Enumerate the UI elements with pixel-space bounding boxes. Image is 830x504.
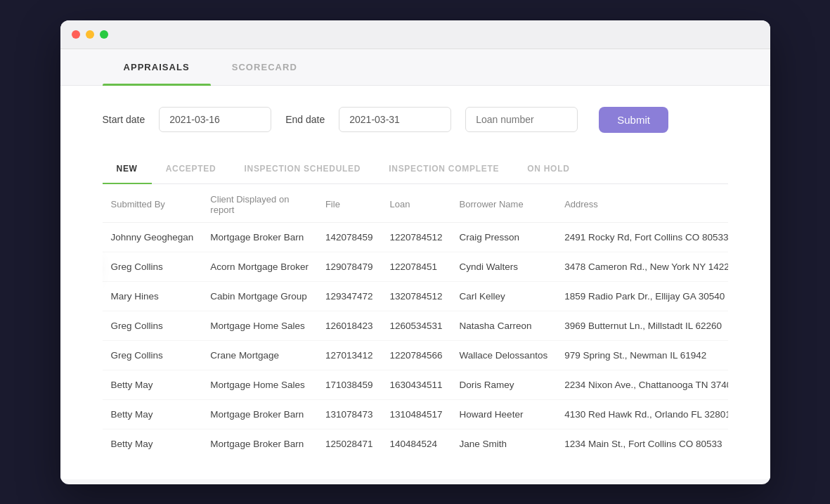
cell-loan: 122078451 [382, 252, 451, 281]
filter-row: Start date End date Submit [103, 107, 728, 133]
title-bar [60, 20, 770, 49]
loan-number-input[interactable] [465, 107, 578, 132]
cell-address: 3969 Butternut Ln., Millstadt IL 62260 [556, 311, 727, 340]
table-header-row: Submitted By Client Displayed on report … [103, 184, 728, 223]
appraisals-table: Submitted By Client Displayed on report … [103, 184, 728, 458]
end-date-input[interactable] [339, 107, 451, 132]
cell-address: 2234 Nixon Ave., Chattanooga TN 37408 [556, 370, 727, 399]
cell-borrower: Wallace Delossantos [451, 340, 557, 370]
cell-submitted-by: Mary Hines [103, 281, 202, 311]
table-row: Betty MayMortgage Home Sales171038459163… [103, 370, 728, 399]
cell-loan: 1260534531 [382, 311, 451, 340]
status-tab-on-hold[interactable]: ON HOLD [513, 154, 583, 183]
submit-button[interactable]: Submit [599, 107, 668, 133]
col-file: File [317, 184, 382, 223]
table-container: Submitted By Client Displayed on report … [103, 184, 728, 458]
status-tab-accepted[interactable]: ACCEPTED [152, 154, 231, 183]
cell-client: Cabin Mortgage Group [202, 281, 317, 311]
cell-borrower: Howard Heeter [451, 399, 557, 429]
cell-client: Mortgage Broker Barn [202, 399, 317, 429]
cell-borrower: Doris Ramey [451, 370, 557, 399]
table-row: Greg CollinsCrane Mortgage12701341212207… [103, 340, 728, 370]
cell-loan: 1220784512 [382, 222, 451, 252]
status-tab-new[interactable]: NEW [103, 154, 152, 183]
table-row: Greg CollinsMortgage Home Sales126018423… [103, 311, 728, 340]
cell-file: 127013412 [317, 340, 382, 370]
tab-appraisals[interactable]: APPRAISALS [103, 49, 211, 85]
end-date-label: End date [285, 114, 325, 125]
cell-client: Acorn Mortgage Broker [202, 252, 317, 281]
cell-submitted-by: Betty May [103, 370, 202, 399]
cell-address: 1859 Radio Park Dr., Ellijay GA 30540 [556, 281, 727, 311]
cell-submitted-by: Greg Collins [103, 340, 202, 370]
cell-borrower: Carl Kelley [451, 281, 557, 311]
cell-address: 4130 Red Hawk Rd., Orlando FL 32801 [556, 399, 727, 429]
cell-address: 1234 Main St., Fort Collins CO 80533 [556, 429, 727, 458]
cell-submitted-by: Betty May [103, 429, 202, 458]
table-row: Johnny GeogheganMortgage Broker Barn1420… [103, 222, 728, 252]
main-tab-bar: APPRAISALS SCORECARD [60, 49, 770, 86]
col-submitted-by: Submitted By [103, 184, 202, 223]
cell-client: Mortgage Broker Barn [202, 222, 317, 252]
start-date-label: Start date [103, 114, 145, 125]
cell-client: Mortgage Home Sales [202, 370, 317, 399]
cell-loan: 1220784566 [382, 340, 451, 370]
status-tab-bar: NEW ACCEPTED INSPECTION SCHEDULED INSPEC… [103, 154, 728, 184]
cell-file: 126018423 [317, 311, 382, 340]
cell-submitted-by: Betty May [103, 399, 202, 429]
cell-borrower: Craig Presson [451, 222, 557, 252]
status-tab-inspection-scheduled[interactable]: INSPECTION SCHEDULED [230, 154, 375, 183]
col-address: Address [556, 184, 727, 223]
cell-submitted-by: Greg CollinsGreg Collins [103, 252, 202, 281]
maximize-dot[interactable] [100, 30, 108, 39]
close-dot[interactable] [72, 30, 80, 39]
cell-file: 129078479 [317, 252, 382, 281]
col-loan: Loan [382, 184, 451, 223]
cell-client: Crane Mortgage [202, 340, 317, 370]
cell-file: 125028471 [317, 429, 382, 458]
cell-address: 3478 Cameron Rd., New York NY 14227 [556, 252, 727, 281]
cell-client: Mortgage Home Sales [202, 311, 317, 340]
status-tab-inspection-complete[interactable]: INSPECTION COMPLETE [375, 154, 513, 183]
minimize-dot[interactable] [86, 30, 94, 39]
col-borrower: Borrower Name [451, 184, 557, 223]
cell-submitted-by: Greg Collins [103, 311, 202, 340]
cell-loan: 1320784512 [382, 281, 451, 311]
cell-loan: 1630434511 [382, 370, 451, 399]
cell-borrower: Natasha Carreon [451, 311, 557, 340]
cell-loan: 140484524 [382, 429, 451, 458]
cell-submitted-by: Johnny Geoghegan [103, 222, 202, 252]
table-row: Betty MayMortgage Broker Barn13107847313… [103, 399, 728, 429]
table-row: Greg CollinsGreg CollinsAcorn Mortgage B… [103, 252, 728, 281]
table-row: Mary HinesCabin Mortgage Group1293474721… [103, 281, 728, 311]
tab-scorecard[interactable]: SCORECARD [211, 49, 318, 85]
cell-address: 2491 Rocky Rd, Fort Collins CO 80533 [556, 222, 727, 252]
cell-loan: 1310484517 [382, 399, 451, 429]
cell-file: 171038459 [317, 370, 382, 399]
app-window: APPRAISALS SCORECARD Start date End date… [60, 20, 770, 484]
col-client: Client Displayed on report [202, 184, 317, 223]
cell-file: 131078473 [317, 399, 382, 429]
main-content: Start date End date Submit NEW ACCEPTED … [60, 86, 770, 479]
cell-address: 979 Spring St., Newman IL 61942 [556, 340, 727, 370]
cell-file: 129347472 [317, 281, 382, 311]
cell-file: 142078459 [317, 222, 382, 252]
start-date-input[interactable] [159, 107, 271, 132]
cell-borrower: Cyndi Walters [451, 252, 557, 281]
table-row: Betty MayMortgage Broker Barn12502847114… [103, 429, 728, 458]
cell-borrower: Jane Smith [451, 429, 557, 458]
cell-client: Mortgage Broker Barn [202, 429, 317, 458]
